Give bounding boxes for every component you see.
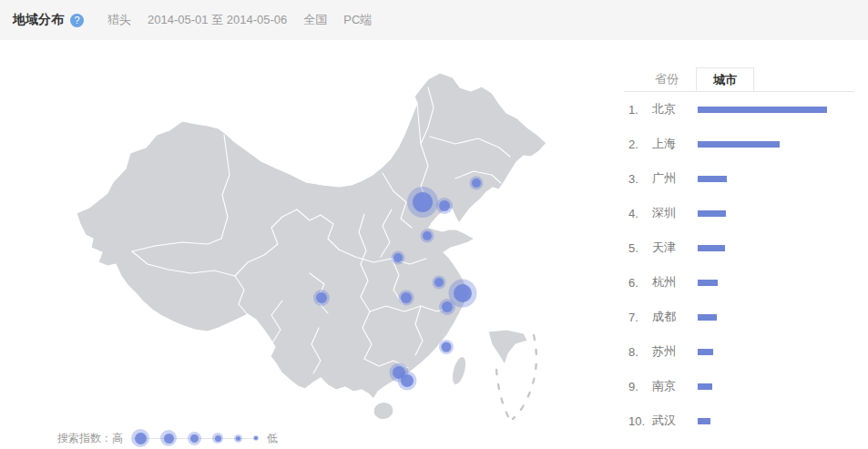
rank-number: 4.: [624, 207, 652, 220]
map-legend: 搜索指数：高 低: [57, 426, 278, 449]
rank-number: 9.: [624, 380, 652, 393]
search-bubble: [439, 200, 450, 211]
rank-bar: [698, 314, 717, 321]
rank-bar: [698, 245, 725, 251]
keyword-label: 猎头: [107, 12, 131, 28]
search-bubble: [316, 292, 327, 303]
help-icon[interactable]: ?: [70, 14, 84, 27]
map-outline: [77, 73, 546, 399]
rank-number: 8.: [624, 345, 652, 359]
legend-size-circle-core: [254, 436, 258, 440]
rank-row: 7.成都: [624, 300, 854, 334]
rank-city: 深圳: [652, 205, 698, 221]
legend-size-circle: [188, 432, 201, 445]
search-bubble: [413, 192, 433, 212]
rank-number: 5.: [624, 241, 652, 255]
china-map: [0, 40, 619, 449]
date-range-label: 2014-05-01 至 2014-05-06: [148, 12, 287, 28]
legend-size-circle: [160, 430, 177, 446]
rank-row: 4.深圳: [624, 196, 854, 230]
rank-row: 2.上海: [624, 127, 854, 161]
legend-size-circle: [234, 434, 242, 443]
search-bubble: [434, 278, 444, 287]
rank-city: 上海: [652, 136, 698, 152]
rank-number: 1.: [624, 103, 652, 117]
rank-number: 6.: [624, 276, 652, 290]
rank-city: 北京: [652, 101, 698, 117]
legend-high-label: 高: [112, 431, 123, 446]
rank-bar: [698, 418, 710, 424]
rank-city: 武汉: [652, 413, 698, 429]
legend-label: 搜索指数：: [57, 431, 112, 446]
rank-number: 3.: [624, 172, 652, 186]
legend-size-circle-core: [236, 436, 240, 441]
rank-city: 杭州: [652, 274, 698, 291]
search-bubble: [442, 342, 452, 352]
legend-size-circle: [253, 435, 259, 441]
taiwan-island: [450, 355, 469, 386]
rank-bar: [698, 383, 712, 390]
rank-bar: [698, 210, 726, 217]
search-bubble: [401, 292, 412, 303]
legend-size-circle: [131, 429, 149, 447]
rank-city: 成都: [652, 309, 698, 325]
search-bubble: [423, 231, 432, 240]
region-tabs: 省份 城市: [624, 67, 854, 92]
rank-number: 10.: [624, 414, 652, 428]
rank-row: 6.杭州: [624, 265, 854, 300]
rank-city: 广州: [652, 170, 698, 187]
legend-size-circle-core: [164, 434, 174, 444]
search-bubble: [393, 253, 403, 262]
legend-size-circle-core: [190, 434, 199, 443]
search-bubble: [401, 374, 414, 387]
search-bubble: [472, 179, 481, 188]
legend-circles: [131, 429, 259, 447]
rank-row: 8.苏州: [624, 334, 854, 369]
rank-row: 9.南京: [624, 369, 854, 403]
header: 地域分布 ? 猎头 2014-05-01 至 2014-05-06 全国 PC端: [0, 0, 868, 40]
rank-row: 1.北京: [624, 92, 854, 127]
rank-row: 3.广州: [624, 161, 854, 196]
south-china-sea-inset: [488, 330, 536, 420]
search-bubble: [442, 301, 453, 312]
geo-distribution-module: 地域分布 ? 猎头 2014-05-01 至 2014-05-06 全国 PC端: [0, 0, 868, 449]
rank-city: 苏州: [652, 343, 698, 360]
rank-bar: [698, 176, 727, 182]
page-title: 地域分布: [13, 12, 64, 28]
rank-city: 南京: [652, 378, 698, 394]
rank-bar: [698, 107, 827, 113]
rank-number: 7.: [624, 311, 652, 324]
legend-size-circle: [212, 433, 223, 444]
platform-label: PC端: [343, 12, 372, 28]
hainan-island: [373, 401, 395, 422]
rank-bar: [698, 280, 718, 286]
rank-city: 天津: [652, 240, 698, 256]
legend-size-circle-core: [215, 435, 221, 442]
ranking-panel: 省份 城市 1.北京 2.上海 3.广州 4.深圳 5.天津 6.杭州 7.成都…: [624, 40, 854, 438]
rank-row: 5.天津: [624, 230, 854, 265]
legend-size-circle-core: [135, 433, 147, 444]
rank-bar: [698, 349, 713, 355]
tab-city[interactable]: 城市: [696, 67, 754, 91]
tab-province[interactable]: 省份: [638, 67, 696, 91]
region-label: 全国: [303, 12, 327, 28]
rank-number: 2.: [624, 138, 652, 151]
rank-row: 10.武汉: [624, 403, 854, 438]
search-bubble: [454, 284, 472, 302]
city-rank-list: 1.北京 2.上海 3.广州 4.深圳 5.天津 6.杭州 7.成都 8.苏州 …: [624, 92, 854, 438]
sea-inset-coast: [488, 330, 527, 364]
rank-bar: [698, 141, 780, 148]
legend-low-label: 低: [267, 431, 278, 446]
